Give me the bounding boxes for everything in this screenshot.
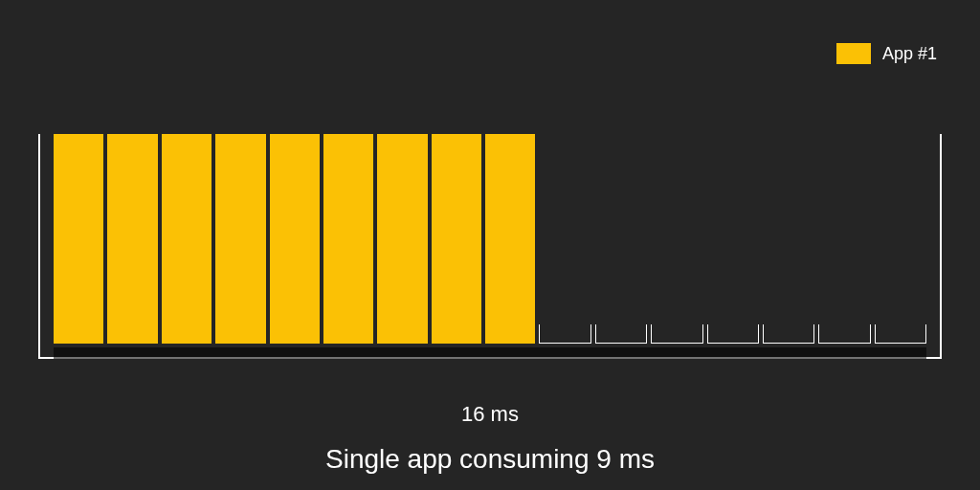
legend-label-app1: App #1 bbox=[882, 44, 937, 64]
ms-slot-filled bbox=[377, 134, 427, 344]
ms-slot-empty bbox=[875, 324, 926, 344]
ms-slot-empty bbox=[763, 324, 814, 344]
ms-slot-filled bbox=[107, 134, 157, 344]
time-span-label: 16 ms bbox=[38, 402, 942, 427]
frame-budget-chart: 16 ms Single app consuming 9 ms bbox=[38, 134, 942, 475]
ms-slot-filled bbox=[54, 134, 103, 344]
ms-slot-filled bbox=[162, 134, 212, 344]
ms-slot-empty bbox=[818, 324, 870, 344]
ms-slot-filled bbox=[485, 134, 535, 344]
ms-slot-empty bbox=[651, 324, 702, 344]
bar-row bbox=[54, 134, 926, 344]
legend-swatch-app1 bbox=[836, 43, 871, 64]
ms-slot-filled bbox=[270, 134, 320, 344]
ms-slot-filled bbox=[215, 134, 265, 344]
bar-shadow bbox=[54, 347, 926, 359]
time-bracket bbox=[38, 134, 942, 359]
ms-slot-empty bbox=[707, 324, 759, 344]
chart-subtitle: Single app consuming 9 ms bbox=[38, 444, 942, 475]
legend: App #1 bbox=[836, 43, 937, 64]
ms-slot-empty bbox=[539, 324, 590, 344]
ms-slot-filled bbox=[432, 134, 481, 344]
ms-slot-empty bbox=[595, 324, 647, 344]
ms-slot-filled bbox=[323, 134, 373, 344]
